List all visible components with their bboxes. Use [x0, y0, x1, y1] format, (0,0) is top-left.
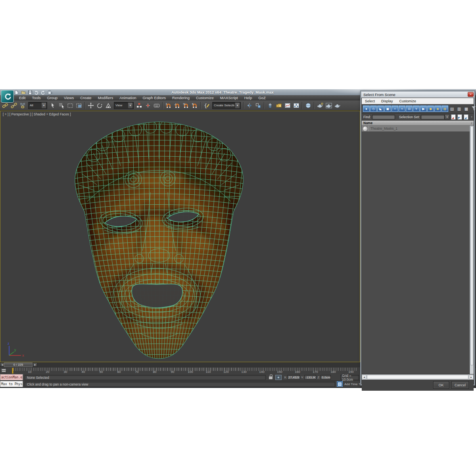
x-coord-field[interactable]: 27,4526cm	[287, 375, 300, 380]
select-all-icon[interactable]: ▤	[449, 106, 455, 112]
workspace-dropdown-icon[interactable]	[47, 90, 53, 95]
save-selection-set-icon[interactable]	[451, 114, 456, 120]
percent-snap-toggle-icon[interactable]: %	[182, 101, 190, 110]
spinner-snap-toggle-icon[interactable]: ⇅	[190, 101, 199, 110]
rendered-frame-window-icon[interactable]	[324, 101, 333, 110]
selection-set-dropdown[interactable]	[421, 115, 445, 119]
select-by-name-icon[interactable]	[57, 101, 66, 110]
mirror-icon[interactable]	[245, 101, 254, 110]
display-shapes-icon[interactable]: ◇	[370, 106, 377, 112]
list-column-header[interactable]: Name /	[362, 121, 474, 126]
isolate-selection-icon[interactable]	[337, 381, 343, 387]
menu-item-modifiers[interactable]: Modifiers	[95, 96, 117, 100]
menu-item-maxscript[interactable]: MAXScript	[217, 96, 241, 100]
dialog-menu-item-display[interactable]: Display	[381, 99, 393, 103]
select-none-icon[interactable]: ▥	[456, 106, 463, 112]
dialog-titlebar[interactable]: Select From Scene ×	[361, 92, 474, 98]
selection-filter-dropdown[interactable]: All▾	[28, 102, 47, 109]
select-and-move-icon[interactable]	[86, 101, 95, 110]
viewport-label[interactable]: [ + ] [ Perspective ] [ Shaded + Edged F…	[3, 112, 71, 116]
undo-icon[interactable]	[34, 90, 39, 95]
menu-item-views[interactable]: Views	[61, 96, 77, 100]
bind-to-space-warp-icon[interactable]	[18, 101, 27, 110]
absolute-mode-transform-icon[interactable]: +	[275, 375, 282, 380]
material-editor-icon[interactable]	[304, 101, 313, 110]
display-particle-systems-icon[interactable]: ◈	[434, 106, 441, 112]
selection-set-dropdown-arrow-icon[interactable]: ▾	[445, 114, 449, 120]
align-icon[interactable]	[254, 101, 263, 110]
open-file-icon[interactable]	[21, 90, 26, 95]
display-space-warps-icon[interactable]: ≈	[399, 106, 405, 112]
select-object-icon[interactable]	[48, 101, 57, 110]
perspective-viewport[interactable]: [ + ] [ Perspective ] [ Shaded + Edged F…	[0, 111, 360, 362]
graphite-modeling-tools-icon[interactable]	[274, 101, 283, 110]
save-file-icon[interactable]	[28, 90, 33, 95]
scroll-left-icon[interactable]: ◄	[362, 375, 367, 379]
named-selection-sets-dropdown-arrow-icon[interactable]: ▾	[235, 102, 240, 109]
load-selection-set-icon[interactable]	[457, 114, 462, 120]
select-invert-icon[interactable]: ▦	[463, 106, 470, 112]
redo-icon[interactable]	[40, 90, 45, 95]
open-mini-curve-editor-icon[interactable]	[1, 368, 7, 373]
track-bar[interactable]: 1020304050607080901001101201301401501601…	[0, 367, 360, 374]
filter-icon[interactable]	[472, 106, 476, 111]
menu-item-animation[interactable]: Animation	[116, 96, 139, 100]
selection-filter-dropdown-arrow-icon[interactable]: ▾	[41, 102, 46, 109]
macro-recorder-listener[interactable]: actionMan.ex	[0, 374, 23, 380]
menu-item-graph-editors[interactable]: Graph Editors	[139, 96, 169, 100]
scene-object-list[interactable]: Theatre_Masks_1	[362, 126, 474, 374]
manage-layers-icon[interactable]	[266, 101, 274, 110]
reference-coordinate-system-dropdown-arrow-icon[interactable]: ▾	[128, 102, 133, 109]
snaps-toggle-3d-icon[interactable]: 3	[164, 101, 173, 110]
scene-object-row[interactable]: Theatre_Masks_1	[362, 126, 474, 132]
maxscript-mini-listener[interactable]: Max to Physc.	[0, 381, 23, 387]
ok-button[interactable]: OK	[433, 381, 449, 389]
3dsmax-logo-icon[interactable]	[1, 90, 14, 103]
render-setup-icon[interactable]	[316, 101, 324, 110]
next-frame-button[interactable]: ►	[33, 363, 37, 367]
scroll-right-icon[interactable]: ►	[469, 375, 474, 379]
merge-selection-set-icon[interactable]	[464, 114, 468, 120]
display-bones-icon[interactable]: ▶	[420, 106, 427, 112]
menu-item-goz[interactable]: GoZ	[255, 96, 269, 100]
edit-named-selection-sets-icon[interactable]: {	[202, 101, 211, 110]
window-crossing-toggle-icon[interactable]	[75, 101, 83, 110]
dialog-menu-item-select[interactable]: Select	[365, 99, 375, 103]
named-selection-sets-dropdown[interactable]: Create Selection Se▾	[212, 102, 241, 109]
current-frame-marker[interactable]	[12, 368, 13, 374]
selection-lock-icon[interactable]	[269, 376, 273, 379]
display-xrefs-icon[interactable]: Y	[413, 106, 420, 112]
name-column-header[interactable]: Name	[363, 121, 372, 125]
schematic-view-icon[interactable]	[292, 101, 301, 110]
horizontal-scrollbar[interactable]: ◄ ►	[362, 374, 474, 380]
cancel-button[interactable]: Cancel	[451, 381, 469, 389]
select-and-manipulate-icon[interactable]	[144, 101, 152, 110]
find-input[interactable]	[372, 115, 395, 119]
select-and-uniform-scale-icon[interactable]	[104, 101, 113, 110]
vertical-scroll-thumb[interactable]	[470, 126, 473, 365]
horizontal-scroll-thumb[interactable]	[367, 375, 468, 379]
tragedy-mask-3d-model[interactable]	[0, 111, 360, 362]
time-slider-handle[interactable]: 0 / 225	[4, 363, 33, 367]
menu-item-customize[interactable]: Customize	[193, 96, 217, 100]
vertical-scrollbar[interactable]	[470, 126, 474, 374]
use-pivot-point-center-icon[interactable]	[135, 101, 144, 110]
rectangular-selection-region-icon[interactable]	[66, 101, 75, 110]
display-geometry-icon[interactable]: ●	[363, 106, 370, 112]
menu-item-create[interactable]: Create	[77, 96, 95, 100]
menu-item-rendering[interactable]: Rendering	[169, 96, 193, 100]
menu-item-help[interactable]: Help	[241, 96, 255, 100]
y-coord-field[interactable]: -133,9072	[304, 375, 316, 380]
dialog-menu-item-customize[interactable]: Customize	[399, 99, 416, 103]
new-scene-icon[interactable]	[14, 90, 19, 95]
display-containers-icon[interactable]: ◆	[427, 106, 434, 112]
menu-item-group[interactable]: Group	[44, 96, 61, 100]
reference-coordinate-system-dropdown[interactable]: View▾	[114, 102, 134, 109]
display-cameras-icon[interactable]: ▣	[384, 106, 391, 112]
display-frozen-objects-icon[interactable]: ▥	[441, 106, 448, 112]
select-and-rotate-icon[interactable]	[95, 101, 104, 110]
menu-item-edit[interactable]: Edit	[16, 96, 29, 100]
curve-editor-icon[interactable]	[283, 101, 292, 110]
keyboard-shortcut-override-toggle-icon[interactable]	[152, 101, 161, 110]
display-helpers-icon[interactable]: +	[392, 106, 398, 112]
